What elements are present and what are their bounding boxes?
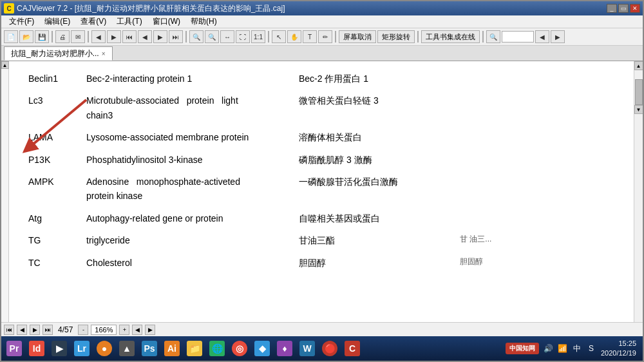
bottom-bar: ⏮ ◀ ▶ ⏭ 4/57 - + ◀ ▶: [1, 322, 643, 336]
zoom-in-button[interactable]: 🔍: [189, 30, 204, 43]
prev-page-nav-button[interactable]: ◀: [17, 325, 27, 335]
taskbar-app-media[interactable]: ▶: [49, 339, 70, 358]
next-page-nav-button[interactable]: ▶: [30, 325, 40, 335]
prev-page-button[interactable]: ◀: [138, 30, 152, 43]
scroll-top-button[interactable]: ▲: [634, 61, 643, 70]
scroll-up-button[interactable]: ▲: [1, 61, 9, 69]
screen-cancel-button[interactable]: 屏幕取消: [339, 30, 376, 43]
last-page-button[interactable]: ⏭: [169, 30, 183, 43]
taskbar-app-5[interactable]: ●: [94, 339, 115, 358]
open-button[interactable]: 📂: [19, 30, 33, 43]
new-button[interactable]: 📄: [4, 30, 18, 43]
actual-size-button[interactable]: 1:1: [251, 30, 265, 43]
page-indicator: 4/57: [58, 325, 73, 334]
prev-result-button[interactable]: ◀: [535, 30, 549, 43]
taskbar-app-12[interactable]: ♦: [274, 339, 295, 358]
nav-prev-button[interactable]: ◀: [132, 325, 142, 335]
tray-icon-s[interactable]: S: [585, 343, 597, 354]
taskbar-app-word[interactable]: W: [297, 339, 317, 358]
fit-width-button[interactable]: ↔: [220, 30, 234, 43]
restore-button[interactable]: ▭: [618, 4, 629, 13]
zoom-in-nav-button[interactable]: +: [119, 325, 129, 335]
separator-2: [88, 31, 89, 43]
separator-4: [268, 31, 269, 43]
next-result-button[interactable]: ▶: [551, 30, 565, 43]
chinese-cell: 溶酶体相关蛋白: [292, 126, 453, 148]
taskbar-app-premiere[interactable]: Pr: [4, 339, 24, 358]
next-page-button[interactable]: ▶: [153, 30, 167, 43]
back-button[interactable]: ◀: [91, 30, 106, 43]
clock: 15:25 2020/12/19: [601, 339, 636, 359]
chinese-cell: 甘油三酯: [292, 229, 453, 251]
print-button[interactable]: 🖨: [55, 30, 70, 43]
menu-edit[interactable]: 编辑(E): [39, 15, 75, 28]
files-icon: 📁: [187, 341, 202, 356]
taskbar-app-lightroom[interactable]: Lr: [71, 339, 92, 358]
right-scrollbar: ▲ ▼: [634, 61, 643, 322]
taskbar-app-files[interactable]: 📁: [184, 339, 205, 358]
extra-cell: [453, 90, 621, 126]
table-row: P13K Phosphatidylinositol 3-kinase 磷脂酰肌醇…: [22, 149, 621, 171]
table-row: Lc3 Microtubule-associated protein light…: [22, 90, 621, 126]
extra-cell: 甘 油三...: [453, 229, 621, 251]
taskbar-app-illustrator[interactable]: Ai: [162, 339, 182, 358]
menu-file[interactable]: 文件(F): [4, 15, 39, 28]
table-row: LAMA Lysosome-associated membrane protei…: [22, 126, 621, 148]
document-tab[interactable]: 抗阻_耐力运动对肥胖小... ×: [4, 46, 113, 61]
forward-button[interactable]: ▶: [107, 30, 121, 43]
taskbar-app-6[interactable]: ▲: [117, 339, 137, 358]
rotate-button[interactable]: 矩形旋转: [377, 30, 415, 43]
clock-date: 2020/12/19: [601, 348, 636, 358]
keyboard-icon[interactable]: 中: [571, 343, 583, 354]
separator-6: [417, 31, 419, 43]
app12-icon: ♦: [277, 341, 292, 356]
search-button[interactable]: 🔍: [486, 30, 500, 43]
tab-bar: 抗阻_耐力运动对肥胖小... ×: [1, 46, 643, 61]
hand-button[interactable]: ✋: [287, 30, 301, 43]
scroll-bottom-button[interactable]: ▼: [634, 105, 643, 114]
tab-close-button[interactable]: ×: [102, 50, 106, 57]
separator-3: [185, 31, 187, 43]
annotate-button[interactable]: ✏: [318, 30, 332, 43]
fit-page-button[interactable]: ⛶: [236, 30, 250, 43]
nav-next-button[interactable]: ▶: [145, 325, 155, 335]
taskbar-app-indesign[interactable]: Id: [26, 339, 47, 358]
window-title: CAJViewer 7.2 - [抗阻_耐力运动对肥胖小鼠肝脏相关蛋白表达的影响…: [17, 3, 285, 14]
text-select-button[interactable]: T: [303, 30, 317, 43]
chinese-cell: 一磷酸腺苷活化蛋白激酶: [292, 171, 453, 207]
select-button[interactable]: ↖: [272, 30, 286, 43]
taskbar-app-photoshop[interactable]: Ps: [139, 339, 160, 358]
menu-view[interactable]: 查看(V): [75, 15, 111, 28]
cnki-logo[interactable]: 中国知网: [506, 343, 539, 354]
taskbar-app-14[interactable]: 🔴: [319, 339, 340, 358]
network-icon[interactable]: 📶: [557, 343, 569, 354]
window-controls: _ ▭ ✕: [607, 4, 640, 13]
menu-tools[interactable]: 工具(T): [111, 15, 147, 28]
taskbar-app-chrome[interactable]: ◎: [229, 339, 250, 358]
menu-help[interactable]: 帮助(H): [185, 15, 222, 28]
taskbar-app-caj[interactable]: C: [342, 339, 363, 358]
document-content: Beclin1 Bec-2-interacting protein 1 Bec-…: [9, 61, 634, 322]
minimize-button[interactable]: _: [607, 4, 617, 13]
menu-window[interactable]: 窗口(W): [147, 15, 185, 28]
tools-online-button[interactable]: 工具书集成在线: [421, 30, 480, 43]
zoom-out-button[interactable]: 🔍: [205, 30, 219, 43]
left-scroll: ▲: [1, 61, 9, 322]
table-row: Beclin1 Bec-2-interacting protein 1 Bec-…: [22, 68, 621, 90]
email-button[interactable]: ✉: [71, 30, 85, 43]
zoom-out-nav-button[interactable]: -: [78, 325, 88, 335]
extra-cell: [453, 126, 621, 148]
first-page-button[interactable]: ⏮: [122, 30, 137, 43]
first-page-nav-button[interactable]: ⏮: [4, 325, 14, 335]
chinese-cell: 磷脂酰肌醇 3 激酶: [292, 149, 453, 171]
separator-7: [482, 31, 484, 43]
save-button[interactable]: 💾: [35, 30, 49, 43]
volume-icon[interactable]: 🔊: [543, 343, 554, 354]
scroll-thumb[interactable]: [635, 79, 643, 105]
last-page-nav-button[interactable]: ⏭: [43, 325, 53, 335]
zoom-input[interactable]: [91, 325, 117, 335]
taskbar-app-browser[interactable]: 🌐: [207, 339, 227, 358]
search-input[interactable]: [502, 31, 534, 43]
close-button[interactable]: ✕: [630, 4, 640, 13]
taskbar-app-11[interactable]: ◆: [252, 339, 272, 358]
